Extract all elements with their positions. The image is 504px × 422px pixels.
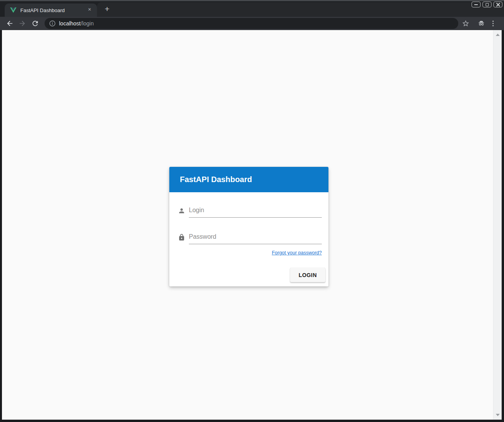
url-bar[interactable]: localhost/login [45, 18, 458, 29]
login-card-header: FastAPI Dashboard [169, 167, 328, 192]
login-input[interactable] [189, 205, 322, 218]
scrollbar-up-arrow-icon[interactable] [496, 34, 500, 36]
browser-toolbar: localhost/login [0, 17, 504, 30]
star-icon [462, 20, 470, 27]
login-card-body: Forgot your password? LOGIN [169, 192, 328, 286]
tab-title: FastAPI Dashboard [20, 7, 86, 13]
window-controls [472, 2, 502, 7]
browser-menu-button[interactable] [489, 20, 497, 27]
maximize-icon [486, 3, 489, 6]
back-button[interactable] [6, 20, 14, 27]
close-icon [496, 3, 500, 7]
reload-button[interactable] [31, 20, 39, 27]
url-host: localhost [59, 20, 81, 27]
back-arrow-icon [6, 20, 14, 27]
browser-tab[interactable]: FastAPI Dashboard × [5, 4, 97, 17]
login-button[interactable]: LOGIN [290, 268, 325, 282]
reload-icon [31, 20, 39, 27]
login-card-title: FastAPI Dashboard [180, 175, 252, 184]
forgot-password-link[interactable]: Forgot your password? [272, 250, 322, 256]
minimize-icon [474, 4, 478, 5]
tabstrip-background [97, 2, 504, 17]
url-path: /login [81, 20, 93, 27]
login-card: FastAPI Dashboard Forgot your password? … [169, 167, 328, 286]
vue-favicon-icon [10, 7, 16, 13]
window-top-border [0, 0, 504, 1]
incognito-indicator [477, 19, 485, 27]
new-tab-button[interactable]: + [102, 4, 112, 14]
page-viewport: FastAPI Dashboard Forgot your password? … [2, 30, 502, 420]
browser-window: { "browser": { "tab_title": "FastAPI Das… [0, 0, 504, 422]
close-button[interactable] [493, 2, 502, 7]
bookmark-button[interactable] [462, 20, 470, 27]
maximize-button[interactable] [482, 2, 491, 7]
page-info-icon[interactable] [49, 20, 56, 27]
three-dots-icon [489, 20, 497, 27]
password-input[interactable] [189, 232, 322, 244]
forward-arrow-icon [18, 20, 26, 27]
page-scrollbar[interactable] [493, 30, 502, 420]
scrollbar-down-arrow-icon[interactable] [496, 414, 500, 416]
lock-icon [178, 234, 185, 241]
forward-button[interactable] [18, 20, 26, 27]
titlebar: FastAPI Dashboard × + [0, 0, 504, 17]
url-text: localhost/login [59, 20, 94, 27]
minimize-button[interactable] [472, 2, 481, 7]
tab-close-icon[interactable]: × [86, 7, 93, 14]
person-icon [178, 207, 185, 215]
incognito-icon [477, 19, 485, 27]
